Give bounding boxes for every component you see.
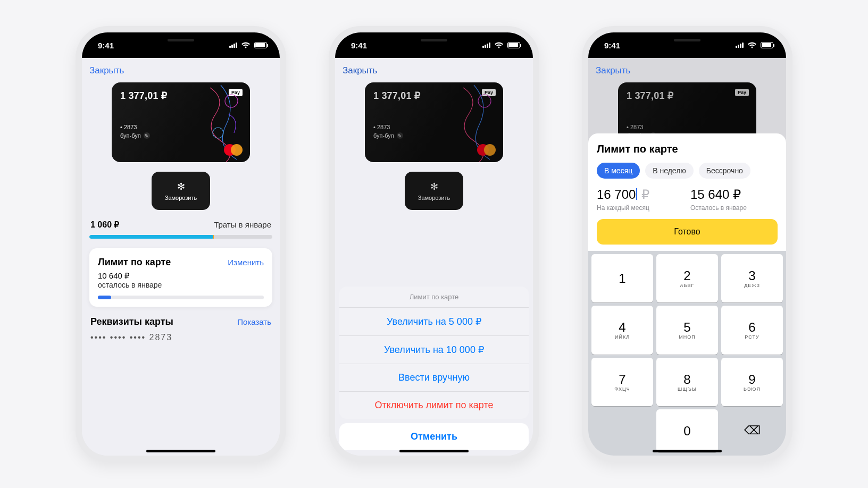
spend-progress xyxy=(89,235,272,239)
key-5[interactable]: 5МНОП xyxy=(656,306,718,354)
key-3[interactable]: 3ДЕЖЗ xyxy=(721,254,783,302)
limit-remaining-label: осталось в январе xyxy=(98,281,264,289)
key-empty xyxy=(591,409,653,452)
requisites-show-button[interactable]: Показать xyxy=(237,317,271,326)
action-sheet-group: Лимит по карте Увеличить на 5 000 ₽ Увел… xyxy=(339,287,529,419)
limit-progress-fill xyxy=(98,296,111,299)
key-7[interactable]: 7ФХЦЧ xyxy=(591,358,653,406)
screen: 9:41 Закрыть Pay 1 377,01 ₽ • 2873 буп-б… xyxy=(335,32,533,456)
freeze-label: Заморозить xyxy=(418,195,450,201)
key-8[interactable]: 8ШЩЪЫ xyxy=(656,358,718,406)
battery-icon xyxy=(507,42,520,48)
battery-icon xyxy=(761,42,773,48)
limit-title: Лимит по карте xyxy=(98,257,171,268)
limit-change-button[interactable]: Изменить xyxy=(228,258,264,267)
limit-sheet: Лимит по карте В месяц В неделю Бессрочн… xyxy=(588,133,786,456)
segment-monthly[interactable]: В месяц xyxy=(597,163,640,179)
wifi-icon xyxy=(495,42,503,48)
limit-remaining-value: 15 640 ₽ xyxy=(690,187,778,202)
sheet-title: Лимит по карте xyxy=(597,143,778,155)
bank-card: Pay 1 377,01 ₽ • 2873 буп-буп✎ xyxy=(365,82,503,162)
key-0[interactable]: 0 xyxy=(656,409,718,452)
limit-input-box[interactable]: 16 700 ₽ На каждый месяц xyxy=(597,187,684,212)
action-sheet: Лимит по карте Увеличить на 5 000 ₽ Увел… xyxy=(339,287,529,450)
segment-weekly[interactable]: В неделю xyxy=(645,163,694,179)
key-4[interactable]: 4ИЙКЛ xyxy=(591,306,653,354)
limit-amount: 10 640 ₽ xyxy=(98,271,264,281)
limit-input-value: 16 700 ₽ xyxy=(597,187,684,202)
status-icons xyxy=(229,42,267,48)
key-1[interactable]: 1 xyxy=(591,254,653,302)
battery-icon xyxy=(254,42,267,48)
status-icons xyxy=(736,42,773,48)
svg-point-0 xyxy=(225,95,238,107)
bank-card[interactable]: Pay 1 377,01 ₽ • 2873 буп-буп✎ xyxy=(112,82,250,162)
key-2[interactable]: 2АБВГ xyxy=(656,254,718,302)
limit-input-label: На каждый месяц xyxy=(597,204,684,212)
action-cancel[interactable]: Отменить xyxy=(339,423,529,450)
freeze-label: Заморозить xyxy=(165,195,197,201)
segment-unlimited[interactable]: Бессрочно xyxy=(699,163,750,179)
limit-remaining-label: Осталось в январе xyxy=(690,204,778,212)
action-disable-limit[interactable]: Отключить лимит по карте xyxy=(339,392,529,419)
freeze-button[interactable]: ✻ Заморозить xyxy=(152,172,210,210)
notch xyxy=(639,32,735,47)
spend-amount: 1 060 ₽ xyxy=(90,220,119,230)
snowflake-icon: ✻ xyxy=(430,181,438,192)
action-sheet-title: Лимит по карте xyxy=(339,287,529,308)
mastercard-icon xyxy=(477,144,496,156)
card-balance: 1 377,01 ₽ xyxy=(627,90,748,102)
signal-icon xyxy=(229,43,237,48)
home-indicator[interactable] xyxy=(146,450,215,452)
screen: 9:41 Закрыть Pay 1 377,01 ₽ • 2873 буп-б… xyxy=(588,32,786,456)
phone-3: 9:41 Закрыть Pay 1 377,01 ₽ • 2873 буп-б… xyxy=(582,26,792,462)
snowflake-icon: ✻ xyxy=(177,181,185,192)
close-button: Закрыть xyxy=(343,63,377,82)
key-backspace[interactable]: ⌫ xyxy=(721,409,783,452)
home-indicator[interactable] xyxy=(653,450,722,452)
edit-icon[interactable]: ✎ xyxy=(144,132,150,139)
requisites-masked: •••• •••• •••• 2873 xyxy=(90,333,271,342)
close-button[interactable]: Закрыть xyxy=(89,63,124,82)
svg-point-1 xyxy=(213,128,223,138)
spend-progress-marker xyxy=(213,235,214,239)
backspace-icon: ⌫ xyxy=(744,424,761,437)
notch xyxy=(133,32,229,47)
card-last4: • 2873 xyxy=(627,124,748,130)
signal-icon xyxy=(736,43,744,48)
status-time: 9:41 xyxy=(604,41,620,50)
limit-remaining-box: 15 640 ₽ Осталось в январе xyxy=(690,187,778,212)
edit-icon: ✎ xyxy=(397,132,403,139)
keypad: 1 2АБВГ 3ДЕЖЗ 4ИЙКЛ 5МНОП 6РСТУ 7ФХЦЧ 8Ш… xyxy=(588,251,786,456)
limit-progress xyxy=(98,296,264,299)
spend-row[interactable]: 1 060 ₽ Траты в январе xyxy=(89,220,272,230)
close-button: Закрыть xyxy=(596,63,630,82)
key-9[interactable]: 9ЬЭЮЯ xyxy=(721,358,783,406)
action-increase-5000[interactable]: Увеличить на 5 000 ₽ xyxy=(339,308,529,336)
spend-progress-fill xyxy=(89,235,214,239)
action-increase-10000[interactable]: Увеличить на 10 000 ₽ xyxy=(339,336,529,364)
phone-2: 9:41 Закрыть Pay 1 377,01 ₽ • 2873 буп-б… xyxy=(329,26,539,462)
phone-1: 9:41 Закрыть Pay 1 377,01 ₽ • 2873 буп-б… xyxy=(76,26,286,462)
key-6[interactable]: 6РСТУ xyxy=(721,306,783,354)
requisites-title: Реквизиты карты xyxy=(90,316,173,327)
status-icons xyxy=(482,42,520,48)
requisites-card[interactable]: Реквизиты карты Показать •••• •••• •••• … xyxy=(89,316,272,342)
notch xyxy=(386,32,482,47)
signal-icon xyxy=(482,43,490,48)
action-enter-manually[interactable]: Ввести вручную xyxy=(339,364,529,392)
done-button[interactable]: Готово xyxy=(597,219,778,245)
limit-card[interactable]: Лимит по карте Изменить 10 640 ₽ осталос… xyxy=(89,248,272,307)
wifi-icon xyxy=(241,42,250,48)
freeze-button: ✻ Заморозить xyxy=(405,172,463,210)
svg-point-2 xyxy=(478,95,491,107)
wifi-icon xyxy=(748,42,756,48)
home-indicator[interactable] xyxy=(399,450,469,452)
status-time: 9:41 xyxy=(351,41,367,50)
segment-control: В месяц В неделю Бессрочно xyxy=(597,163,778,179)
pay-badge: Pay xyxy=(735,89,749,96)
status-time: 9:41 xyxy=(98,41,114,50)
mastercard-icon xyxy=(224,144,243,156)
spend-label: Траты в январе xyxy=(214,220,271,229)
content: Закрыть Pay 1 377,01 ₽ • 2873 буп-буп✎ ✻… xyxy=(82,58,280,456)
